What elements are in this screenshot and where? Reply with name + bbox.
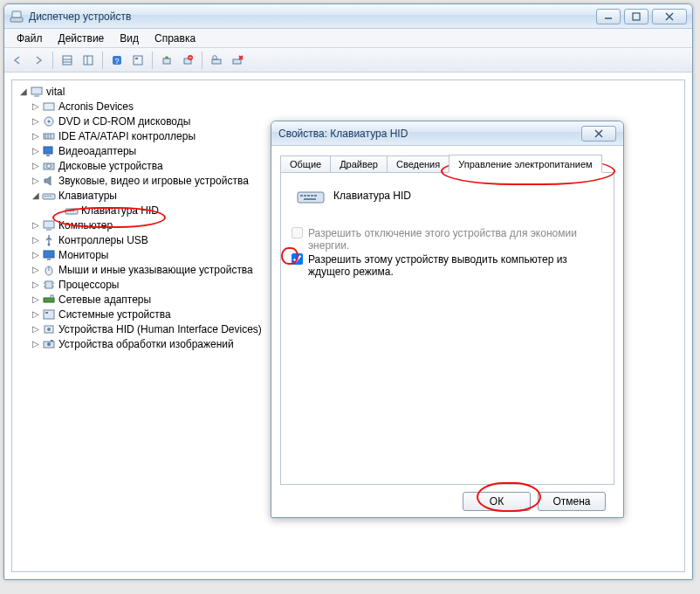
window-controls (596, 9, 687, 24)
svg-rect-59 (51, 295, 53, 298)
svg-rect-58 (44, 298, 54, 302)
dialog-close-button[interactable] (581, 126, 616, 142)
tree-item-label: Дисковые устройства (58, 160, 163, 172)
svg-point-63 (47, 328, 51, 331)
svg-rect-25 (31, 87, 42, 94)
svg-rect-19 (212, 59, 221, 64)
tab-power-management[interactable]: Управление электропитанием (449, 155, 601, 173)
expand-icon[interactable]: ▷ (30, 280, 42, 289)
tree-item-label: Системные устройства (58, 308, 171, 321)
svg-rect-3 (633, 13, 640, 20)
svg-rect-74 (314, 195, 317, 197)
svg-point-37 (47, 163, 51, 168)
svg-point-29 (48, 120, 51, 122)
computer-icon (42, 218, 56, 232)
expand-icon[interactable]: ▷ (30, 220, 42, 230)
tab-driver[interactable]: Драйвер (330, 155, 388, 172)
processor-icon (42, 278, 56, 292)
update-driver-button[interactable] (157, 51, 176, 70)
device-name-label: Клавиатура HID (333, 190, 411, 202)
keyboard-icon (42, 189, 56, 203)
tab-details[interactable]: Сведения (387, 155, 450, 172)
expand-icon[interactable]: ▷ (30, 250, 42, 259)
svg-rect-73 (311, 195, 313, 197)
svg-rect-41 (50, 196, 51, 197)
tab-general[interactable]: Общие (280, 155, 331, 172)
disk-drive-icon (42, 159, 56, 173)
scan-hardware-button[interactable] (207, 51, 226, 70)
svg-rect-47 (46, 229, 51, 231)
collapse-icon[interactable]: ◢ (17, 86, 30, 96)
expand-icon[interactable]: ▷ (30, 309, 42, 319)
mouse-icon (42, 263, 56, 277)
uninstall-button[interactable] (178, 51, 197, 70)
disable-device-button[interactable] (228, 51, 247, 70)
tree-item-label: Контроллеры USB (58, 234, 148, 246)
expand-icon[interactable]: ▷ (30, 131, 42, 141)
expand-icon[interactable]: ▷ (30, 161, 42, 170)
expand-icon[interactable]: ▷ (30, 176, 42, 185)
expand-icon[interactable]: ▷ (30, 116, 42, 126)
expand-icon[interactable]: ▷ (30, 339, 42, 349)
properties-button[interactable] (128, 51, 148, 70)
sound-device-icon (42, 174, 56, 188)
expand-icon[interactable]: ▷ (30, 265, 42, 274)
expand-icon[interactable]: ▷ (30, 294, 42, 304)
cancel-button[interactable]: Отмена (538, 492, 606, 511)
maximize-button[interactable] (624, 9, 649, 24)
properties-dialog: Свойства: Клавиатура HID Общие Драйвер С… (271, 121, 624, 518)
help-button[interactable]: ? (107, 51, 127, 70)
tree-item-label: Клавиатуры (58, 190, 117, 202)
expand-icon[interactable]: ▷ (30, 324, 42, 334)
ok-button[interactable]: ОК (463, 492, 531, 511)
collapse-icon[interactable]: ◢ (30, 190, 42, 200)
svg-rect-40 (47, 196, 49, 197)
tree-item-label: Клавиатура HID (81, 204, 159, 217)
svg-rect-46 (44, 221, 54, 228)
expand-icon[interactable]: ▷ (30, 146, 42, 155)
system-device-icon (42, 307, 56, 321)
svg-rect-50 (47, 259, 51, 260)
expand-icon[interactable]: ▷ (30, 235, 42, 245)
imaging-device-icon (42, 337, 56, 351)
svg-rect-6 (63, 56, 72, 65)
tabs: Общие Драйвер Сведения Управление электр… (280, 153, 614, 172)
menu-help[interactable]: Справка (148, 31, 202, 46)
view-list-button[interactable] (58, 51, 77, 70)
allow-wake-label: Разрешить этому устройству выводить комп… (308, 253, 603, 278)
svg-point-65 (47, 342, 51, 346)
svg-rect-34 (44, 147, 52, 154)
dialog-titlebar[interactable]: Свойства: Клавиатура HID (271, 121, 623, 146)
dialog-title: Свойства: Клавиатура HID (278, 128, 581, 140)
menubar: Файл Действие Вид Справка (4, 29, 692, 48)
window-title: Диспетчер устройств (29, 10, 596, 23)
tree-item-label: Видеоадаптеры (58, 145, 136, 157)
svg-rect-35 (46, 155, 50, 156)
minimize-button[interactable] (596, 9, 621, 24)
tree-item-label: Мыши и иные указывающие устройства (58, 264, 253, 276)
svg-rect-72 (307, 195, 310, 197)
allow-wake-checkbox[interactable] (292, 253, 303, 265)
menu-file[interactable]: Файл (10, 31, 50, 46)
tree-root[interactable]: ◢ vital (14, 84, 683, 99)
monitor-icon (42, 248, 56, 262)
svg-rect-26 (34, 95, 39, 97)
allow-power-off-checkbox (292, 227, 303, 238)
close-button[interactable] (652, 9, 687, 24)
back-button[interactable] (8, 51, 27, 70)
menu-view[interactable]: Вид (113, 31, 146, 46)
menu-action[interactable]: Действие (51, 31, 112, 46)
svg-rect-60 (44, 310, 54, 319)
svg-rect-71 (304, 195, 306, 197)
forward-button[interactable] (29, 51, 48, 70)
tree-item[interactable]: ▷Acronis Devices (14, 99, 683, 114)
svg-rect-13 (134, 56, 142, 65)
tree-root-label: vital (46, 86, 65, 98)
usb-controller-icon (42, 233, 56, 247)
view-details-button[interactable] (79, 51, 98, 70)
allow-power-off-label: Разрешить отключение этого устройства дл… (308, 227, 603, 252)
dvd-drive-icon (42, 114, 56, 128)
svg-text:?: ? (114, 57, 119, 66)
expand-icon[interactable]: ▷ (30, 101, 42, 111)
titlebar[interactable]: Диспетчер устройств (4, 4, 692, 29)
